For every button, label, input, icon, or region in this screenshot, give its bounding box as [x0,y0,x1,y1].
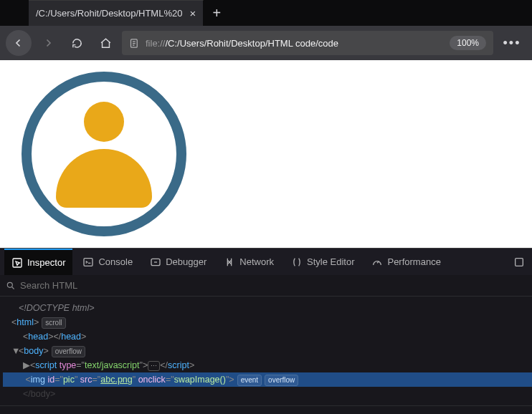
forward-button[interactable] [36,31,60,55]
overflow-badge[interactable]: overflow [265,375,298,386]
page-info-icon[interactable] [129,38,140,49]
performance-icon [371,256,383,268]
body-open-line[interactable]: ▼ <body>overflow [3,344,532,358]
search-icon [6,281,16,291]
svg-rect-2 [84,258,92,266]
img-line-selected[interactable]: <img id="pic" src="abc.png" onclick="swa… [3,372,532,387]
page-content [0,60,532,248]
svg-rect-4 [516,258,523,266]
tab-label: Style Editor [307,256,354,267]
debugger-icon [150,256,161,268]
close-tab-icon[interactable]: × [189,7,196,19]
devtools-tabbar: Inspector Console Debugger Network Style… [0,248,532,275]
home-button[interactable] [93,31,118,55]
devtools-overflow-icon[interactable] [510,249,528,275]
event-badge[interactable]: event [237,375,262,386]
network-icon [224,256,235,268]
browser-toolbar: file:///C:/Users/Rohit/Desktop/HTML code… [0,26,532,60]
breadcrumbs: html › body › img#pic [0,405,532,414]
browser-tabstrip: /C:/Users/Rohit/Desktop/HTML%20 × + [0,0,532,26]
tab-label: Console [98,256,133,267]
style-editor-icon [291,256,303,268]
markup-panel[interactable]: <!DOCTYPE html> <html>scroll <head></hea… [0,297,532,405]
browser-tab[interactable]: /C:/Users/Rohit/Desktop/HTML%20 × [29,0,204,26]
head-line[interactable]: <head></head> [3,329,532,344]
svg-point-5 [7,282,12,287]
tab-label: Performance [387,256,440,267]
console-icon [82,256,94,268]
url-bar[interactable]: file:///C:/Users/Rohit/Desktop/HTML code… [122,31,493,55]
url-text: file:///C:/Users/Rohit/Desktop/HTML code… [146,38,338,49]
tab-debugger[interactable]: Debugger [143,249,214,275]
overflow-badge[interactable]: overflow [52,346,85,357]
tab-title: /C:/Users/Rohit/Desktop/HTML%20 [36,8,182,19]
zoom-indicator[interactable]: 100% [450,36,486,50]
tab-performance[interactable]: Performance [364,249,447,275]
scroll-badge[interactable]: scroll [42,317,65,329]
avatar-image[interactable] [22,72,186,236]
overflow-menu-icon[interactable]: ••• [498,36,526,51]
tab-style-editor[interactable]: Style Editor [284,249,361,275]
tab-label: Debugger [166,256,206,267]
tab-label: Network [239,256,274,267]
tab-console[interactable]: Console [75,249,140,275]
body-close-hint[interactable]: </body> [3,387,532,401]
doctype-line[interactable]: <!DOCTYPE html> [3,301,532,315]
tab-label: Inspector [27,257,65,268]
tab-network[interactable]: Network [217,249,281,275]
html-open-line[interactable]: <html>scroll [3,315,532,329]
inspector-icon [11,257,23,269]
script-line[interactable]: ▶ <script type="text/javascript">⋯</scri… [3,358,532,372]
search-html-input[interactable] [20,280,526,291]
back-button[interactable] [6,30,32,56]
new-tab-button[interactable]: + [204,0,229,26]
reload-button[interactable] [65,31,89,55]
search-html-row [0,275,532,297]
tab-inspector[interactable]: Inspector [4,249,72,275]
